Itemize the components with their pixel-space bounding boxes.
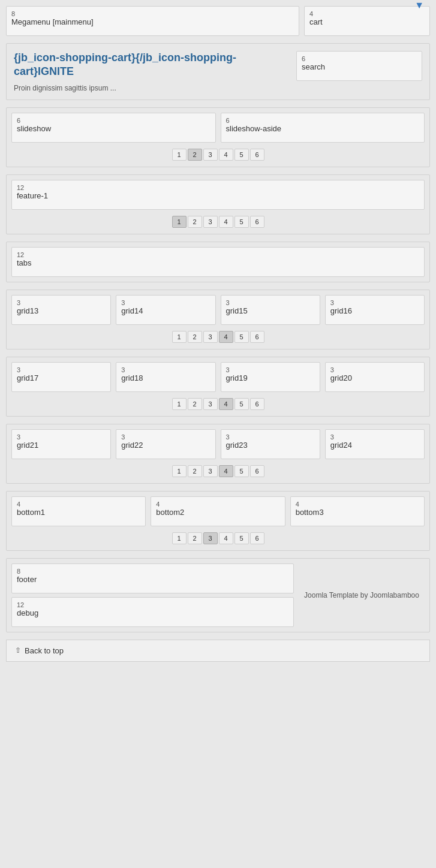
g2-page-btn-5[interactable]: 5 [234, 398, 249, 410]
bottom1-num: 4 [17, 501, 140, 508]
grid2124-pagination: 1 2 3 4 5 6 [11, 463, 425, 478]
grid1720-pagination: 1 2 3 4 5 6 [11, 396, 425, 411]
b-page-btn-3[interactable]: 3 [203, 532, 218, 544]
footer-credit: Joomla Template by Joomlabamboo [299, 563, 425, 627]
search-module: 6 search [296, 51, 422, 81]
tabs-module: 12 tabs [11, 247, 425, 277]
grid16-label: grid16 [330, 306, 419, 315]
tabs-num: 12 [17, 251, 419, 258]
g1-page-btn-5[interactable]: 5 [234, 331, 249, 343]
g1-page-btn-3[interactable]: 3 [203, 331, 218, 343]
grid1316-section: 3 grid13 3 grid14 3 grid15 3 grid16 1 2 … [6, 290, 430, 349]
g3-page-btn-6[interactable]: 6 [250, 465, 264, 477]
grid15-num: 3 [226, 299, 315, 306]
g1-page-btn-1[interactable]: 1 [172, 331, 187, 343]
grid13-module: 3 grid13 [11, 295, 111, 325]
g2-page-btn-6[interactable]: 6 [250, 398, 264, 410]
feature-page-btn-4[interactable]: 4 [219, 216, 233, 228]
grid2124-section: 3 grid21 3 grid22 3 grid23 3 grid24 1 2 … [6, 424, 430, 484]
g3-page-btn-3[interactable]: 3 [203, 465, 218, 477]
debug-num: 12 [17, 601, 288, 608]
feature-page-btn-5[interactable]: 5 [234, 216, 249, 228]
grid20-num: 3 [330, 366, 419, 373]
grid1316-pagination: 1 2 3 4 5 6 [11, 328, 425, 344]
grid14-num: 3 [121, 299, 210, 306]
grid1720-section: 3 grid17 3 grid18 3 grid19 3 grid20 1 2 … [6, 357, 430, 417]
b-page-btn-2[interactable]: 2 [188, 532, 202, 544]
grid17-module: 3 grid17 [11, 362, 111, 392]
footer-num: 8 [17, 568, 288, 575]
cart-num: 4 [309, 10, 425, 17]
page-btn-3[interactable]: 3 [203, 149, 218, 161]
grid1316-row: 3 grid13 3 grid14 3 grid15 3 grid16 [11, 295, 425, 325]
slideshow-num: 6 [17, 117, 211, 124]
b-page-btn-5[interactable]: 5 [234, 532, 249, 544]
bottom3-label: bottom3 [296, 508, 419, 517]
g2-page-btn-3[interactable]: 3 [203, 398, 218, 410]
g2-page-btn-2[interactable]: 2 [188, 398, 202, 410]
grid22-num: 3 [121, 433, 210, 441]
cart-module: 4 cart [304, 6, 430, 36]
g3-page-btn-1[interactable]: 1 [172, 465, 187, 477]
feature-page-btn-1[interactable]: 1 [172, 216, 187, 228]
g1-page-btn-4[interactable]: 4 [219, 331, 233, 343]
back-to-top-button[interactable]: ⇧ Back to top [6, 640, 430, 662]
feature-label: feature-1 [17, 191, 419, 200]
g2-page-btn-4[interactable]: 4 [219, 398, 233, 410]
g3-page-btn-2[interactable]: 2 [188, 465, 202, 477]
bottom3-module: 4 bottom3 [290, 496, 425, 526]
slideshow-aside-module: 6 slideshow-aside [221, 113, 425, 143]
bottom2-module: 4 bottom2 [151, 496, 285, 526]
grid24-module: 3 grid24 [325, 429, 425, 459]
grid23-num: 3 [226, 433, 315, 441]
grid14-module: 3 grid14 [116, 295, 215, 325]
bottom-row: 4 bottom1 4 bottom2 4 bottom3 [11, 496, 425, 526]
page-btn-5[interactable]: 5 [234, 149, 249, 161]
grid24-num: 3 [330, 433, 419, 441]
grid14-label: grid14 [121, 306, 210, 315]
slideshow-label: slideshow [17, 124, 211, 133]
feature-page-btn-3[interactable]: 3 [203, 216, 218, 228]
grid22-label: grid22 [121, 441, 210, 450]
grid19-num: 3 [226, 366, 315, 373]
g2-page-btn-1[interactable]: 1 [172, 398, 187, 410]
grid18-num: 3 [121, 366, 210, 373]
grid17-num: 3 [17, 366, 106, 373]
back-to-top-label: Back to top [25, 646, 64, 655]
bottom2-num: 4 [156, 501, 279, 508]
g1-page-btn-6[interactable]: 6 [250, 331, 264, 343]
grid1720-row: 3 grid17 3 grid18 3 grid19 3 grid20 [11, 362, 425, 392]
footer-left: 8 footer 12 debug [11, 563, 294, 627]
megamenu-num: 8 [11, 10, 294, 17]
b-page-btn-6[interactable]: 6 [250, 532, 264, 544]
b-page-btn-1[interactable]: 1 [172, 532, 187, 544]
page-btn-6[interactable]: 6 [250, 149, 264, 161]
bottom2-label: bottom2 [156, 508, 279, 517]
feature-page-btn-2[interactable]: 2 [188, 216, 202, 228]
grid15-module: 3 grid15 [221, 295, 320, 325]
page-btn-4[interactable]: 4 [219, 149, 233, 161]
b-page-btn-4[interactable]: 4 [219, 532, 233, 544]
page-btn-1[interactable]: 1 [172, 149, 187, 161]
g3-page-btn-4[interactable]: 4 [219, 465, 233, 477]
g3-page-btn-5[interactable]: 5 [234, 465, 249, 477]
grid18-module: 3 grid18 [116, 362, 215, 392]
grid16-num: 3 [330, 299, 419, 306]
grid23-label: grid23 [226, 441, 315, 450]
debug-label: debug [17, 608, 288, 617]
slideshow-section: 6 slideshow 6 slideshow-aside 1 2 3 4 5 … [6, 107, 430, 167]
arrow-up-icon: ⇧ [15, 646, 21, 655]
grid24-label: grid24 [330, 441, 419, 450]
footer-credit-text: Joomla Template by Joomlabamboo [304, 591, 419, 599]
feature-pagination: 1 2 3 4 5 6 [11, 213, 425, 229]
g1-page-btn-2[interactable]: 2 [188, 331, 202, 343]
bottom-pagination: 1 2 3 4 5 6 [11, 530, 425, 545]
debug-module: 12 debug [11, 597, 294, 627]
grid19-label: grid19 [226, 373, 315, 382]
feature-page-btn-6[interactable]: 6 [250, 216, 264, 228]
grid13-label: grid13 [17, 306, 106, 315]
tabs-section: 12 tabs [6, 242, 430, 282]
hero-text: Proin dignissim sagittis ipsum ... [14, 84, 289, 92]
bottom-section: 4 bottom1 4 bottom2 4 bottom3 1 2 3 4 5 … [6, 491, 430, 551]
page-btn-2[interactable]: 2 [188, 149, 202, 161]
